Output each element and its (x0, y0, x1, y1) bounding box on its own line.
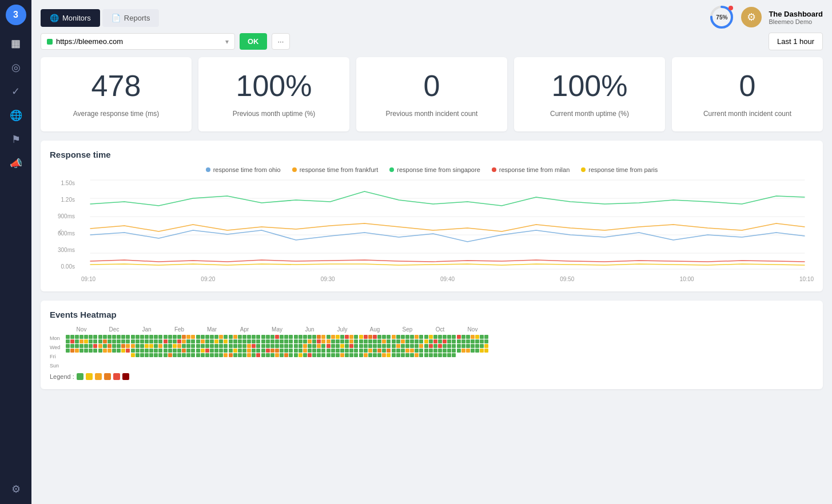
heatmap-cell (433, 344, 437, 348)
heatmap-cell (247, 339, 251, 343)
heatmap-cell (410, 344, 414, 348)
heatmap-cell (484, 339, 488, 343)
heatmap-cell (336, 344, 340, 348)
stat-card-1: 100% Previous month uptime (%) (198, 57, 349, 131)
heatmap-cell (466, 339, 470, 343)
heatmap-cell (196, 353, 200, 357)
heatmap-cell (177, 349, 181, 353)
doc-tab-icon: 📄 (112, 14, 121, 22)
heatmap-cell (224, 353, 228, 357)
heatmap-cell (471, 339, 475, 343)
x-label-4: 09:50 (560, 276, 574, 282)
heatmap-cell (438, 335, 442, 339)
heatmap-cell (173, 335, 177, 339)
heatmap-cell (186, 349, 190, 353)
heatmap-cell (303, 344, 307, 348)
heatmap-cell (345, 349, 349, 353)
heatmap-cell (149, 353, 153, 357)
heatmap-cell (261, 344, 265, 348)
heatmap-cell (177, 339, 181, 343)
sidebar-item-check[interactable]: ✓ (6, 81, 26, 102)
heatmap-cell (364, 335, 368, 339)
heatmap-cell (368, 335, 372, 339)
time-range-button[interactable]: Last 1 hour (769, 33, 823, 50)
heatmap-cell (112, 344, 116, 348)
heatmap-cell (229, 339, 233, 343)
tab-reports[interactable]: 📄 Reports (102, 9, 160, 27)
heatmap-cell (289, 335, 293, 339)
heatmap-cell (405, 344, 409, 348)
y-label-3: 600ms (58, 230, 75, 237)
legend-milan: response time from milan (492, 166, 570, 173)
sidebar-item-settings[interactable]: ⚙ (6, 479, 26, 499)
heatmap-cell (345, 353, 349, 357)
heatmap-cell (475, 335, 479, 339)
heatmap-cell (429, 353, 433, 357)
sidebar-item-megaphone[interactable]: 📣 (6, 153, 26, 174)
ok-button[interactable]: OK (240, 33, 267, 50)
heatmap-cell (93, 349, 97, 353)
heatmap-cell (354, 335, 358, 339)
heatmap-cell (201, 353, 205, 357)
heatmap-cell (117, 335, 121, 339)
month-label: Oct (424, 326, 456, 333)
heatmap-cell (392, 349, 396, 353)
heatmap-cell (410, 339, 414, 343)
month-label: Mar (196, 326, 228, 333)
heatmap-cell (382, 335, 386, 339)
y-label-1: 1.20s (61, 197, 75, 203)
sidebar-item-flag[interactable]: ⚑ (6, 129, 26, 150)
heatmap-cell (126, 339, 130, 343)
heatmap-cell (214, 339, 218, 343)
heatmap-cell (364, 339, 368, 343)
heatmap-cell (186, 353, 190, 357)
gear-icon-header[interactable]: ⚙ (741, 7, 762, 27)
stat-cards: 478 Average response time (ms) 100% Prev… (41, 57, 823, 131)
heatmap-cell (289, 339, 293, 343)
heatmap-cell (359, 349, 363, 353)
heatmap-cell (117, 339, 121, 343)
heatmap-cell (396, 344, 400, 348)
heatmap-cell (98, 335, 102, 339)
heatmap-cell (261, 353, 265, 357)
heatmap-cell (233, 344, 237, 348)
heatmap-cell (136, 339, 140, 343)
legend-orange (95, 373, 102, 380)
heatmap-cell (214, 335, 218, 339)
heatmap-cell (219, 344, 223, 348)
heatmap-cell (480, 349, 484, 353)
tab-monitors[interactable]: 🌐 Monitors (41, 9, 100, 27)
heatmap-cell (154, 344, 158, 348)
heatmap-cell (308, 335, 312, 339)
more-button[interactable]: ··· (272, 33, 290, 50)
day-label: Mon (50, 336, 62, 340)
heatmap-cell (387, 335, 391, 339)
heatmap-cell (405, 353, 409, 357)
sidebar-item-speedometer[interactable]: ◎ (6, 57, 26, 78)
heatmap-cell (233, 339, 237, 343)
stat-card-0: 478 Average response time (ms) (41, 57, 192, 131)
heatmap-cell (303, 335, 307, 339)
heatmap-cell (191, 349, 195, 353)
heatmap-cell (359, 353, 363, 357)
heatmap-cell (121, 349, 125, 353)
heatmap-cell (75, 335, 79, 339)
heatmap-cell (186, 335, 190, 339)
heatmap-cell (270, 349, 274, 353)
sidebar-item-globe[interactable]: 🌐 (6, 105, 26, 126)
heatmap-cell (173, 339, 177, 343)
heatmap-cell (419, 335, 423, 339)
heatmap-cell (205, 339, 209, 343)
heatmap-cell (419, 344, 423, 348)
heatmap-cell (457, 335, 461, 339)
heatmap-cell (359, 335, 363, 339)
heatmap-cell (79, 339, 83, 343)
heatmap-cell (457, 344, 461, 348)
sidebar-item-grid[interactable]: ▦ (6, 33, 26, 54)
heatmap-cell (359, 344, 363, 348)
heatmap-cell (401, 339, 405, 343)
heatmap-cell (140, 344, 144, 348)
heatmap-cell (168, 353, 172, 357)
url-select[interactable]: https://bleemeo.com ▾ (41, 33, 235, 50)
heatmap-cell (210, 335, 214, 339)
